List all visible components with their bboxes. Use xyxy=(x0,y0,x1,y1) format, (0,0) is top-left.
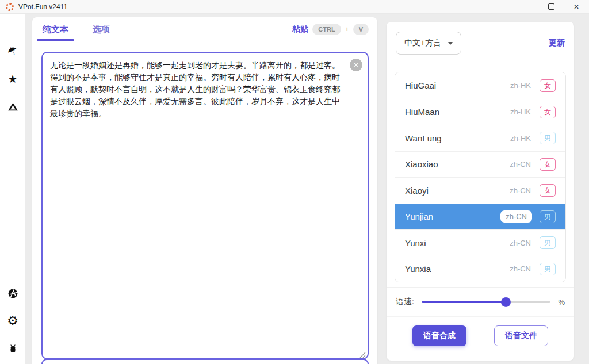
text-editor-card: 纯文本 选项 粘贴 CTRL + V 无论是一段婚姻还是再婚，能够一起走到老的才… xyxy=(32,17,377,364)
tab-options[interactable]: 选项 xyxy=(91,17,111,41)
voice-list-item[interactable]: Xiaoyi zh-CN 女 xyxy=(395,177,565,204)
action-buttons-row: 语音合成 语音文件 xyxy=(387,316,574,361)
language-filter-dropdown[interactable]: 中文+方言 xyxy=(396,32,461,55)
window-controls: — ✕ xyxy=(513,0,589,13)
sidebar-bottom-icons: ⚙ xyxy=(6,287,19,355)
voice-gender-badge: 女 xyxy=(540,158,556,171)
language-filter-value: 中文+方言 xyxy=(404,38,441,48)
speed-label: 语速: xyxy=(396,297,414,307)
update-link[interactable]: 更新 xyxy=(549,38,565,48)
kbd-ctrl: CTRL xyxy=(312,24,341,35)
voice-lang-code: zh-CN xyxy=(500,210,532,223)
voice-list: HiuGaai zh-HK 女 HiuMaan zh-HK 女 WanLung … xyxy=(395,72,566,282)
speed-unit-label: % xyxy=(558,298,565,306)
maximize-icon xyxy=(548,3,554,10)
voice-gender-badge: 女 xyxy=(540,184,556,197)
synthesize-button[interactable]: 语音合成 xyxy=(412,325,466,346)
paste-shortcut: 粘贴 CTRL + V xyxy=(292,24,369,35)
voice-lang-code: zh-CN xyxy=(510,239,531,247)
voice-name: Xiaoxiao xyxy=(405,159,510,169)
sidebar-top-icons: ☂ ★ xyxy=(6,45,19,113)
voice-file-button[interactable]: 语音文件 xyxy=(494,325,548,346)
app-logo-icon xyxy=(6,3,14,11)
voice-list-item[interactable]: Yunjian zh-CN 男 xyxy=(395,204,565,230)
voice-list-item[interactable]: Yunxi zh-CN 男 xyxy=(395,229,565,256)
resize-handle-icon[interactable] xyxy=(359,350,366,357)
kbd-v: V xyxy=(353,24,369,35)
voice-gender-badge: 男 xyxy=(540,210,556,223)
voice-list-item[interactable]: HiuMaan zh-HK 女 xyxy=(395,99,565,125)
voice-lang-code: zh-HK xyxy=(510,108,531,116)
voice-gender-badge: 女 xyxy=(540,79,556,92)
voice-list-item[interactable]: Yunxia zh-CN 男 xyxy=(395,256,565,282)
minimize-button[interactable]: — xyxy=(513,0,538,13)
settings-gear-icon[interactable]: ⚙ xyxy=(6,315,19,327)
voice-list-section: HiuGaai zh-HK 女 HiuMaan zh-HK 女 WanLung … xyxy=(387,63,574,287)
voice-gender-badge: 女 xyxy=(540,106,556,118)
voice-lang-code: zh-CN xyxy=(510,265,531,273)
voice-list-item[interactable]: HiuGaai zh-HK 女 xyxy=(395,72,565,99)
speed-slider-thumb[interactable] xyxy=(501,297,511,307)
voice-name: HiuGaai xyxy=(405,81,510,90)
titlebar: VPot.Fun v2411 — ✕ xyxy=(0,0,589,14)
close-icon: ✕ xyxy=(353,61,359,69)
voice-name: HiuMaan xyxy=(405,107,510,117)
voice-lang-code: zh-HK xyxy=(510,81,531,90)
close-button[interactable]: ✕ xyxy=(564,0,589,13)
voice-name: Xiaoyi xyxy=(405,186,510,196)
voice-gender-badge: 男 xyxy=(540,236,556,249)
voice-lang-code: zh-HK xyxy=(510,134,531,143)
speed-slider-section: 语速: % xyxy=(387,287,574,316)
star-icon[interactable]: ★ xyxy=(6,72,19,85)
speed-slider[interactable] xyxy=(422,297,551,307)
voice-name: Yunxia xyxy=(405,264,510,274)
tab-plain-text[interactable]: 纯文本 xyxy=(41,17,70,41)
window-title: VPot.Fun v2411 xyxy=(18,3,67,11)
umbrella-icon[interactable]: ☂ xyxy=(6,45,19,58)
voice-panel: 中文+方言 更新 HiuGaai zh-HK 女 HiuMaan zh-HK 女… xyxy=(387,22,574,361)
kbd-plus: + xyxy=(345,25,349,33)
speed-slider-fill xyxy=(422,301,506,304)
voice-panel-header: 中文+方言 更新 xyxy=(387,22,574,63)
voice-gender-badge: 男 xyxy=(540,132,556,144)
voice-list-item[interactable]: Xiaoxiao zh-CN 女 xyxy=(395,151,565,178)
tab-bar: 纯文本 选项 粘贴 CTRL + V xyxy=(32,17,377,41)
text-input[interactable]: 无论是一段婚姻还是再婚，能够一起走到老的才是夫妻。半路离开的，都是过客。得到的不… xyxy=(41,52,369,359)
voice-gender-badge: 男 xyxy=(540,263,556,275)
maximize-button[interactable] xyxy=(538,0,564,13)
voice-name: WanLung xyxy=(405,133,510,143)
voice-name: Yunxi xyxy=(405,238,510,248)
aperture-icon[interactable] xyxy=(6,287,19,300)
chevron-down-icon xyxy=(448,42,453,45)
voice-lang-code: zh-CN xyxy=(510,186,531,195)
mountain-icon[interactable] xyxy=(6,100,19,113)
voice-list-item[interactable]: WanLung zh-HK 男 xyxy=(395,125,565,151)
android-icon[interactable] xyxy=(6,342,19,355)
voice-name: Yunjian xyxy=(405,212,500,221)
paste-button[interactable]: 粘贴 xyxy=(292,24,308,35)
voice-lang-code: zh-CN xyxy=(510,160,531,168)
cutoff-panel xyxy=(41,359,369,364)
left-sidebar: ☂ ★ ⚙ xyxy=(0,14,25,364)
clear-text-button[interactable]: ✕ xyxy=(350,59,362,71)
app-window: VPot.Fun v2411 — ✕ ☂ ★ xyxy=(0,0,589,364)
editor-area: 无论是一段婚姻还是再婚，能够一起走到老的才是夫妻。半路离开的，都是过客。得到的不… xyxy=(41,52,369,359)
